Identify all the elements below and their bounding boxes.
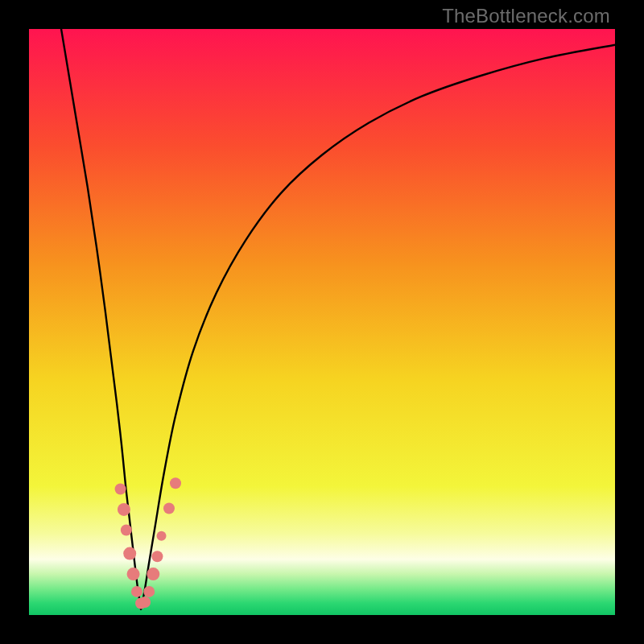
marker-dot bbox=[127, 568, 140, 580]
watermark-text: TheBottleneck.com bbox=[442, 5, 610, 27]
marker-dot bbox=[121, 524, 132, 535]
marker-dot bbox=[115, 483, 126, 494]
marker-dot bbox=[157, 531, 167, 541]
curve-layer bbox=[29, 29, 615, 615]
marker-dot bbox=[131, 586, 142, 597]
curve-right-branch bbox=[141, 45, 615, 609]
marker-dots bbox=[115, 477, 181, 609]
chart-frame: TheBottleneck.com bbox=[0, 0, 644, 644]
marker-dot bbox=[163, 503, 175, 514]
marker-dot bbox=[170, 477, 181, 489]
plot-area bbox=[29, 29, 615, 615]
marker-dot bbox=[143, 586, 155, 597]
marker-dot bbox=[151, 551, 163, 562]
marker-dot bbox=[139, 597, 151, 608]
marker-dot bbox=[147, 568, 159, 580]
marker-dot bbox=[118, 503, 130, 516]
marker-dot bbox=[123, 547, 136, 560]
curve-left-branch bbox=[61, 29, 141, 609]
